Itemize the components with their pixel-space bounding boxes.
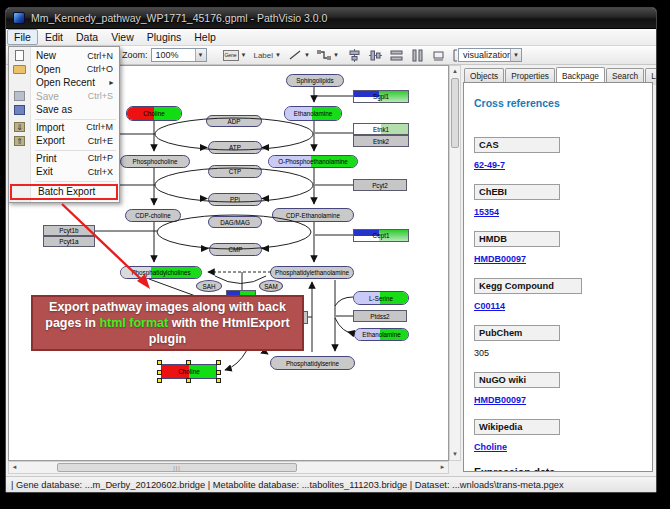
menu-item-save[interactable]: SaveCtrl+S (9, 90, 119, 104)
expression-data-title: Expression data (474, 466, 652, 472)
visualization-value: visualization (463, 50, 512, 60)
selection-handle[interactable] (186, 378, 191, 383)
zoom-combobox[interactable]: 100% ▼ (151, 48, 207, 62)
visualization-dropdown-icon[interactable]: ▼ (510, 49, 521, 61)
horizontal-scroll-thumb[interactable]: ||| (57, 463, 297, 472)
node-ethanolamine-top[interactable]: Ethanolamine (284, 106, 342, 121)
selection-handle[interactable] (157, 370, 162, 375)
line-tool-button[interactable]: ▼ (286, 48, 312, 63)
connector-icon (317, 49, 331, 61)
status-text: | Gene database: ...m_Derby_20120602.bri… (11, 480, 564, 490)
connector-tool-button[interactable]: ▼ (315, 48, 341, 63)
scroll-left-icon[interactable]: ◄ (9, 462, 20, 473)
menu-item-print[interactable]: PrintCtrl+P (9, 152, 119, 166)
menu-item-batch-export[interactable]: Batch Export (10, 184, 118, 200)
selection-handle[interactable] (216, 360, 221, 365)
visualization-combobox[interactable]: visualization ▼ (458, 48, 522, 62)
side-panel: Objects Properties Backpage Search Legen… (461, 65, 656, 474)
selection-handle[interactable] (157, 360, 162, 365)
link-kegg[interactable]: C00114 (474, 301, 505, 311)
menu-item-exit[interactable]: ExitCtrl+X (9, 165, 119, 179)
gene-node-icon: Gene (223, 50, 239, 61)
section-header-hmdb: HMDB (474, 231, 560, 247)
menu-item-import[interactable]: ⇓ImportCtrl+M (9, 121, 119, 135)
callout-text: Export pathway images along with back pa… (39, 299, 296, 348)
selection-handle[interactable] (186, 360, 191, 365)
menu-item-save-as[interactable]: Save as (9, 103, 119, 117)
section-header-nugo: NuGO wiki (474, 372, 560, 388)
window-title: Mm_Kennedy_pathway_WP1771_45176.gpml - P… (31, 12, 327, 24)
section-header-cas: CAS (474, 137, 560, 153)
link-nugo[interactable]: HMDB00097 (474, 395, 526, 405)
scroll-down-icon[interactable]: ▼ (450, 449, 460, 460)
file-menu-popup: NewCtrl+N OpenCtrl+O Open Recent► SaveCt… (8, 46, 120, 203)
cross-references-title: Cross references (474, 97, 652, 109)
add-label-button[interactable]: Label▼ (251, 48, 283, 63)
add-datanode-button[interactable]: Gene▼ (221, 48, 249, 63)
section-header-pubchem: PubChem (474, 325, 560, 341)
distribute-vertical-button[interactable] (411, 49, 424, 62)
pathvisio-window: Mm_Kennedy_pathway_WP1771_45176.gpml - P… (5, 7, 657, 493)
node-ethanolamine-mid[interactable]: Ethanolamine (354, 328, 409, 341)
export-icon: ⇑ (14, 136, 25, 146)
menu-item-open[interactable]: OpenCtrl+O (9, 63, 119, 77)
save-as-icon (14, 105, 25, 115)
link-chebi[interactable]: 15354 (474, 207, 499, 217)
scroll-right-icon[interactable]: ► (437, 462, 448, 473)
section-header-wikipedia: Wikipedia (474, 419, 560, 435)
menu-item-new[interactable]: NewCtrl+N (9, 49, 119, 63)
distribute-horizontal-button[interactable] (390, 49, 403, 62)
value-pubchem: 305 (474, 348, 489, 358)
status-bar: | Gene database: ...m_Derby_20120602.bri… (6, 476, 656, 493)
canvas-horizontal-scrollbar[interactable]: ◄ ||| ► (8, 461, 449, 474)
line-icon (288, 49, 302, 61)
zoom-label: Zoom: (122, 50, 148, 60)
submenu-arrow-icon: ► (108, 79, 115, 86)
selection-handle[interactable] (216, 370, 221, 375)
open-folder-icon (13, 65, 26, 74)
stack-button[interactable] (432, 49, 445, 62)
selection-handle[interactable] (157, 378, 162, 383)
menu-bar: File Edit Data View Plugins Help (6, 29, 656, 46)
section-header-kegg: Kegg Compound (474, 278, 582, 294)
link-wikipedia[interactable]: Choline (474, 442, 507, 452)
menu-view[interactable]: View (105, 30, 140, 44)
title-bar[interactable]: Mm_Kennedy_pathway_WP1771_45176.gpml - P… (6, 8, 656, 29)
zoom-dropdown-icon[interactable]: ▼ (195, 49, 206, 61)
node-phosphatidylcholines[interactable]: Phosphatidylcholines (120, 266, 202, 279)
node-choline-selected[interactable]: Choline (161, 364, 217, 379)
backpage-panel: Cross references CAS 62-49-7 ChEBI 15354… (463, 82, 653, 472)
align-middle-button[interactable] (369, 49, 382, 62)
node-choline-top[interactable]: Choline (126, 106, 182, 121)
menu-item-open-recent[interactable]: Open Recent► (9, 76, 119, 90)
align-center-button[interactable] (348, 49, 361, 62)
menu-edit[interactable]: Edit (39, 30, 69, 44)
node-l-serine[interactable]: L-Serine (353, 291, 409, 305)
link-cas[interactable]: 62-49-7 (474, 160, 505, 170)
new-file-icon (15, 50, 24, 61)
menu-help[interactable]: Help (188, 30, 222, 44)
annotation-callout: Export pathway images along with back pa… (31, 295, 304, 351)
import-icon: ⇓ (14, 122, 25, 132)
save-icon (14, 91, 25, 101)
node-o-phosphoethanolamine[interactable]: O-Phosphoethanolamine (268, 155, 358, 168)
selection-handle[interactable] (216, 378, 221, 383)
vertical-scroll-thumb[interactable] (451, 78, 459, 148)
callout-highlight: html format (99, 316, 168, 330)
canvas-vertical-scrollbar[interactable]: ▲ ▼ (449, 65, 461, 461)
menu-item-export[interactable]: ⇑ExportCtrl+E (9, 134, 119, 148)
section-header-chebi: ChEBI (474, 184, 560, 200)
menu-plugins[interactable]: Plugins (141, 30, 187, 44)
app-icon (13, 12, 25, 24)
link-hmdb[interactable]: HMDB00097 (474, 254, 526, 264)
menu-separator (9, 179, 119, 183)
zoom-value: 100% (156, 50, 179, 60)
scroll-up-icon[interactable]: ▲ (450, 66, 460, 77)
menu-file[interactable]: File (7, 29, 38, 45)
menu-data[interactable]: Data (70, 30, 104, 44)
